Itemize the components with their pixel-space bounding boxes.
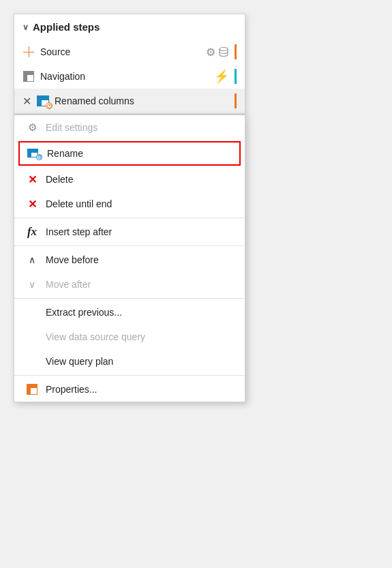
applied-steps-header: ∨ Applied steps (14, 14, 245, 40)
step-left-nav: Navigation (22, 70, 85, 83)
menu-label-extract-previous: Extract previous... (46, 307, 122, 318)
step-left: Source (22, 46, 70, 58)
applied-steps-panel: ∨ Applied steps Source ⚙ (14, 14, 245, 402)
step-actions-source: ⚙ (206, 44, 237, 59)
menu-item-move-before[interactable]: ∧ Move before (14, 248, 245, 272)
menu-item-edit-settings[interactable]: ⚙ Edit settings (14, 115, 245, 140)
fx-icon-menu: fx (25, 225, 39, 239)
step-left-renamed: ✕ Renamed columns (22, 95, 134, 108)
move-after-icon-menu: ∨ (25, 278, 39, 291)
menu-label-view-query-plan: View query plan (46, 356, 113, 367)
db-icon-source (218, 46, 229, 57)
separator-4 (14, 375, 245, 376)
step-item-renamed-columns[interactable]: ✕ Renamed columns (14, 89, 245, 113)
view-query-plan-icon-menu (25, 355, 39, 368)
move-before-icon-menu: ∧ (25, 253, 39, 267)
menu-item-view-query-plan[interactable]: View query plan (14, 349, 245, 374)
menu-label-rename: Rename (47, 148, 83, 159)
menu-label-delete-until-end: Delete until end (46, 198, 112, 209)
source-icon (22, 46, 35, 58)
renamed-icon (37, 95, 49, 107)
menu-label-properties: Properties... (46, 384, 97, 395)
step-item-source[interactable]: Source ⚙ (14, 40, 245, 64)
gear-icon-menu: ⚙ (25, 121, 39, 134)
context-menu: ⚙ Edit settings Rename (14, 115, 245, 402)
menu-label-move-after: Move after (46, 279, 91, 290)
svg-point-0 (220, 48, 228, 51)
clock-overlay (46, 102, 52, 109)
chevron-icon: ∨ (22, 23, 29, 32)
separator-1 (14, 218, 245, 218)
renamed-accent-bar (235, 93, 237, 108)
close-icon-renamed[interactable]: ✕ (22, 95, 31, 108)
panel-title: Applied steps (33, 21, 100, 33)
separator-2 (14, 245, 245, 246)
delete-until-end-icon-menu: ✕ (25, 197, 39, 211)
gear-icon-source[interactable]: ⚙ (206, 46, 215, 59)
properties-icon-menu (25, 383, 39, 396)
delete-icon-menu: ✕ (25, 173, 39, 186)
menu-label-insert-step-after: Insert step after (46, 226, 112, 237)
menu-item-move-after[interactable]: ∨ Move after (14, 272, 245, 297)
menu-item-properties[interactable]: Properties... (14, 377, 245, 402)
menu-item-rename[interactable]: Rename (18, 141, 241, 166)
extract-prev-icon-menu (25, 305, 39, 319)
view-ds-query-icon-menu (25, 330, 39, 344)
step-actions-renamed (232, 93, 237, 108)
menu-label-move-before: Move before (46, 254, 99, 265)
nav-icon (22, 70, 35, 83)
menu-item-view-data-source-query[interactable]: View data source query (14, 325, 245, 349)
rename-icon-menu (27, 147, 40, 160)
step-item-navigation[interactable]: Navigation ⚡ (14, 64, 245, 89)
step-label-source: Source (40, 46, 70, 57)
source-accent-bar (235, 44, 237, 59)
menu-item-delete[interactable]: ✕ Delete (14, 167, 245, 192)
menu-item-insert-step-after[interactable]: fx Insert step after (14, 220, 245, 244)
menu-label-view-data-source-query: View data source query (46, 331, 145, 342)
step-label-nav: Navigation (40, 71, 85, 82)
flash-icon-nav: ⚡ (214, 70, 229, 83)
steps-list: Source ⚙ (14, 40, 245, 114)
menu-item-extract-previous[interactable]: Extract previous... (14, 300, 245, 325)
step-actions-nav: ⚡ (214, 69, 237, 84)
menu-label-edit-settings: Edit settings (46, 122, 97, 133)
nav-accent-bar (235, 69, 237, 84)
separator-3 (14, 298, 245, 299)
menu-item-delete-until-end[interactable]: ✕ Delete until end (14, 192, 245, 216)
step-label-renamed: Renamed columns (55, 95, 134, 106)
menu-label-delete: Delete (46, 174, 73, 185)
